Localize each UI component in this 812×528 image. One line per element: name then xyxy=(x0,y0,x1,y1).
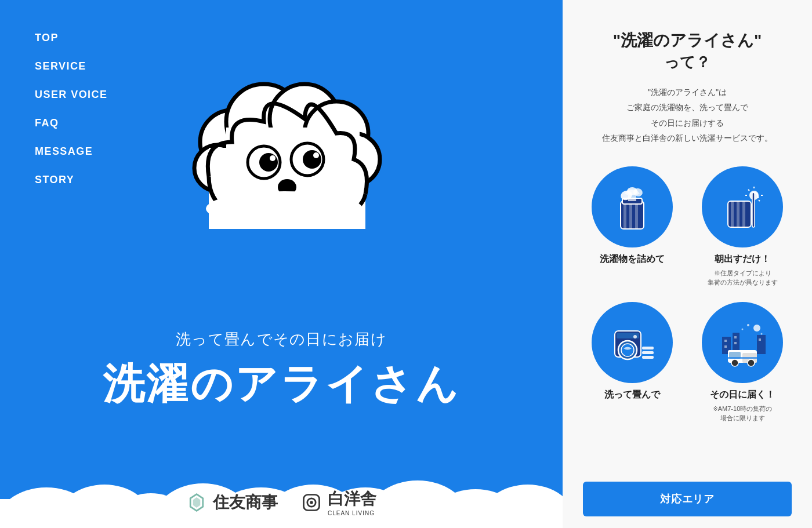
svg-rect-36 xyxy=(635,201,638,229)
svg-point-10 xyxy=(259,153,278,172)
icon-label-2: 朝出すだけ！ xyxy=(715,253,770,265)
svg-point-11 xyxy=(270,155,276,161)
svg-rect-49 xyxy=(731,201,734,227)
nav-menu: TOP SERVICE USER VOICE FAQ MESSAGE STORY xyxy=(35,32,107,186)
svg-point-64 xyxy=(742,328,744,330)
svg-point-57 xyxy=(633,335,637,338)
svg-rect-72 xyxy=(759,338,761,341)
svg-point-62 xyxy=(747,324,749,326)
nav-item-service[interactable]: SERVICE xyxy=(35,60,107,72)
icon-circle-morning-pickup xyxy=(702,166,783,247)
svg-rect-68 xyxy=(724,340,727,342)
svg-line-47 xyxy=(759,200,760,201)
svg-point-63 xyxy=(761,333,763,334)
icon-label-3: 洗って畳んで xyxy=(604,389,660,401)
brand-hakuyosha-sub: CLEAN LIVING xyxy=(328,510,376,516)
section-title: "洗濯のアライさん" って？ xyxy=(583,29,792,73)
hero-text-area: 洗って畳んでその日にお届け 洗濯のアライさん xyxy=(0,329,563,412)
icon-item-delivery: その日に届く！ ※AM7-10時の集荷の場合に限ります xyxy=(693,302,792,423)
svg-point-16 xyxy=(206,191,362,226)
svg-rect-50 xyxy=(737,201,740,227)
hero-title: 洗濯のアライさん xyxy=(0,356,563,412)
svg-rect-70 xyxy=(734,336,737,338)
icon-sublabel-2: ※住居タイプにより集荷の方法が異なります xyxy=(708,268,778,287)
left-panel: TOP SERVICE USER VOICE FAQ MESSAGE STORY xyxy=(0,0,563,528)
svg-rect-51 xyxy=(742,201,745,227)
brand-hakuyosha: 白洋舎 CLEAN LIVING xyxy=(301,488,376,516)
svg-rect-71 xyxy=(734,342,737,344)
svg-rect-59 xyxy=(642,351,654,354)
icon-item-laundry-bag: 洗濯物を詰めて xyxy=(583,166,682,287)
brand-hakuyosha-name: 白洋舎 xyxy=(328,490,376,508)
bottom-button[interactable]: 対応エリア xyxy=(583,482,792,516)
icon-sublabel-4: ※AM7-10時の集荷の場合に限ります xyxy=(713,404,773,423)
section-title-line1: "洗濯のアライさん" xyxy=(613,31,762,49)
section-desc: "洗濯のアライさん"はご家庭の洗濯物を、洗って畳んでその日にお届けする住友商事と… xyxy=(583,85,792,146)
svg-point-56 xyxy=(621,344,634,356)
svg-rect-67 xyxy=(757,335,766,354)
svg-marker-29 xyxy=(193,497,201,508)
hero-subtitle: 洗って畳んでその日にお届け xyxy=(0,329,563,349)
svg-point-61 xyxy=(753,325,760,332)
nav-item-top[interactable]: TOP xyxy=(35,32,107,44)
brand-footer: 住友商事 白洋舎 CLEAN LIVING xyxy=(0,488,563,516)
svg-point-13 xyxy=(303,150,321,169)
svg-point-77 xyxy=(731,359,738,366)
svg-rect-52 xyxy=(752,192,755,227)
icon-circle-delivery xyxy=(702,302,783,383)
svg-rect-35 xyxy=(629,201,632,229)
icon-item-wash-fold: 洗って畳んで xyxy=(583,302,682,423)
mascot xyxy=(174,35,394,255)
nav-item-message[interactable]: MESSAGE xyxy=(35,145,107,158)
icon-label-4: その日に届く！ xyxy=(710,389,775,401)
icon-item-morning-pickup: 朝出すだけ！ ※住居タイプにより集荷の方法が異なります xyxy=(693,166,792,287)
brand-sumitomo: 住友商事 xyxy=(186,491,278,514)
svg-rect-60 xyxy=(642,356,654,359)
icons-grid: 洗濯物を詰めて xyxy=(583,166,792,423)
svg-point-32 xyxy=(310,501,313,504)
svg-point-14 xyxy=(313,152,319,158)
svg-line-46 xyxy=(748,190,749,191)
icon-circle-laundry-bag xyxy=(592,166,673,247)
brand-sumitomo-name: 住友商事 xyxy=(213,491,278,514)
icon-label-1: 洗濯物を詰めて xyxy=(600,253,665,265)
svg-rect-34 xyxy=(624,201,626,229)
svg-rect-58 xyxy=(642,347,654,349)
icon-circle-wash-fold xyxy=(592,302,673,383)
nav-item-story[interactable]: STORY xyxy=(35,174,107,186)
nav-item-faq[interactable]: FAQ xyxy=(35,117,107,129)
right-panel: "洗濯のアライさん" って？ "洗濯のアライさん"はご家庭の洗濯物を、洗って畳ん… xyxy=(563,0,812,528)
svg-point-78 xyxy=(748,359,755,366)
svg-rect-79 xyxy=(728,357,757,359)
section-title-line2: って？ xyxy=(664,53,710,71)
svg-rect-69 xyxy=(724,345,727,348)
nav-item-user-voice[interactable]: USER VOICE xyxy=(35,89,107,101)
